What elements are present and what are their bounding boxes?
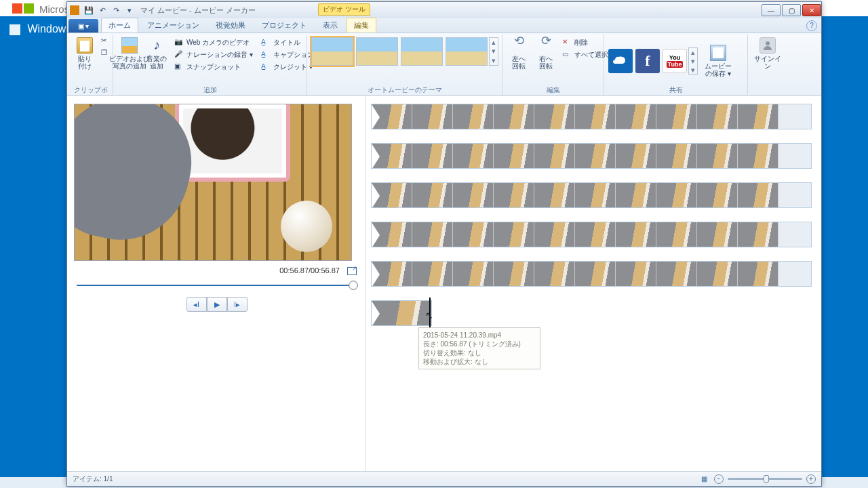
clip-row[interactable] bbox=[371, 222, 812, 247]
cut-button[interactable]: ✂ bbox=[100, 36, 112, 47]
music-note-icon: ♪ bbox=[149, 37, 165, 54]
group-add: ビデオおよび 写真の追加 ♪ 音楽の 追加 📷Web カメラのビデオ 🎤ナレーシ… bbox=[113, 35, 307, 95]
add-media-icon bbox=[121, 37, 138, 54]
clip-row[interactable] bbox=[371, 104, 812, 129]
add-music-button[interactable]: ♪ 音楽の 追加 bbox=[143, 36, 170, 71]
snapshot-icon: ▣ bbox=[174, 62, 184, 72]
qat-redo-icon[interactable]: ↷ bbox=[111, 5, 121, 16]
status-items: アイテム: 1/1 bbox=[73, 474, 113, 484]
group-automovie-label: オートムービーのテーマ bbox=[310, 85, 499, 95]
mic-icon: 🎤 bbox=[174, 50, 184, 60]
titlebar: 💾 ↶ ↷ ▾ マイ ムービー - ムービー メーカー ビデオ ツール — ▢ … bbox=[67, 2, 821, 18]
select-all-icon: ▭ bbox=[562, 50, 572, 60]
theme-gallery-more[interactable]: ▴ ▾ ▾ bbox=[489, 37, 498, 66]
rotate-right-button[interactable]: ⟳ 右へ 回転 bbox=[532, 36, 559, 71]
delete-button[interactable]: ✕削除 bbox=[561, 37, 610, 48]
share-youtube[interactable]: You Tube bbox=[663, 49, 687, 73]
theme-thumb-3[interactable] bbox=[401, 37, 443, 66]
zoom-out-button[interactable]: − bbox=[714, 474, 724, 484]
group-edit-label: 編集 bbox=[505, 85, 601, 95]
playback-scrubber[interactable] bbox=[77, 283, 357, 287]
qat-undo-icon[interactable]: ↶ bbox=[97, 5, 108, 16]
narration-button[interactable]: 🎤ナレーションの録音 ▾ bbox=[173, 49, 254, 60]
bg-band-text: Windows bbox=[9, 23, 71, 35]
svg-point-0 bbox=[766, 41, 770, 45]
tab-visual-effects[interactable]: 視覚効果 bbox=[208, 18, 253, 33]
rotate-right-icon: ⟳ bbox=[538, 37, 554, 54]
clip-tooltip: 2015-05-24 11.20.39.mp4 長さ: 00:56.87 (トリ… bbox=[418, 327, 540, 369]
mouse-cursor-icon: ↖ bbox=[425, 310, 433, 321]
webcam-button[interactable]: 📷Web カメラのビデオ bbox=[173, 37, 254, 48]
tab-view[interactable]: 表示 bbox=[315, 18, 345, 33]
theme-thumb-4[interactable] bbox=[446, 37, 488, 66]
play-button[interactable]: ▶ bbox=[207, 297, 227, 312]
rotate-left-button[interactable]: ⟲ 左へ 回転 bbox=[505, 36, 532, 71]
view-toggle-icon[interactable]: ▦ bbox=[701, 475, 707, 483]
group-edit: ⟲ 左へ 回転 ⟳ 右へ 回転 ✕削除 ▭すべて選択 編集 bbox=[502, 35, 604, 95]
theme-thumb-2[interactable] bbox=[356, 37, 398, 66]
clip-row[interactable] bbox=[371, 261, 812, 287]
fullscreen-icon[interactable] bbox=[347, 267, 357, 275]
share-facebook[interactable]: f bbox=[635, 49, 660, 73]
group-add-label: 追加 bbox=[116, 85, 304, 95]
paste-icon bbox=[77, 37, 93, 54]
rotate-left-icon: ⟲ bbox=[511, 37, 527, 54]
group-share-label: 共有 bbox=[607, 85, 745, 95]
qat-dropdown-icon[interactable]: ▾ bbox=[124, 5, 135, 16]
webcam-icon: 📷 bbox=[174, 38, 184, 47]
group-share: f You Tube ▴▾▾ ムービー の保存 ▾ 共有 bbox=[604, 35, 748, 95]
zoom-in-button[interactable]: + bbox=[806, 474, 816, 484]
prev-frame-button[interactable]: ◂I bbox=[186, 297, 207, 312]
caption-icon: A̲ bbox=[261, 50, 271, 60]
group-clipboard-label: クリップボード bbox=[71, 85, 110, 95]
delete-icon: ✕ bbox=[562, 38, 572, 47]
select-all-button[interactable]: ▭すべて選択 bbox=[561, 49, 610, 60]
cut-icon: ✂ bbox=[101, 37, 111, 46]
ribbon-tabs: ▣ ▾ ホーム アニメーション 視覚効果 プロジェクト 表示 編集 ? bbox=[67, 18, 821, 33]
snapshot-button[interactable]: ▣スナップショット bbox=[173, 62, 254, 73]
user-icon bbox=[760, 37, 776, 54]
clip-row[interactable] bbox=[371, 182, 812, 208]
preview-pane: 00:56.87/00:56.87 ◂I ▶ I▸ bbox=[67, 96, 366, 471]
qat-save-icon[interactable]: 💾 bbox=[83, 5, 94, 16]
timecode: 00:56.87/00:56.87 bbox=[74, 266, 357, 275]
tab-project[interactable]: プロジェクト bbox=[254, 18, 314, 33]
content-area: 00:56.87/00:56.87 ◂I ▶ I▸ bbox=[67, 96, 821, 471]
share-gallery-more[interactable]: ▴▾▾ bbox=[688, 47, 698, 75]
statusbar: アイテム: 1/1 ▦ − + bbox=[67, 471, 821, 486]
credits-icon: A̲ bbox=[261, 62, 271, 72]
signin-button[interactable]: サインイン bbox=[751, 36, 785, 71]
preview-monitor bbox=[74, 104, 352, 261]
add-media-button[interactable]: ビデオおよび 写真の追加 bbox=[116, 36, 143, 71]
tab-edit[interactable]: 編集 bbox=[347, 18, 376, 33]
clip-row-tail[interactable] bbox=[371, 300, 432, 326]
quick-access-toolbar: 💾 ↶ ↷ ▾ bbox=[83, 5, 135, 16]
group-signin: サインイン bbox=[748, 35, 787, 95]
zoom-slider[interactable] bbox=[728, 478, 802, 480]
timeline-pane[interactable]: ↖ 2015-05-24 11.20.39.mp4 長さ: 00:56.87 (… bbox=[366, 96, 821, 471]
app-icon bbox=[70, 5, 79, 15]
maximize-button[interactable]: ▢ bbox=[782, 4, 801, 16]
ribbon: 貼り 付け ✂ ❐ クリップボード ビデオおよび 写真の追加 bbox=[67, 33, 821, 96]
tab-home[interactable]: ホーム bbox=[101, 18, 138, 33]
help-button[interactable]: ? bbox=[806, 20, 817, 31]
zoom-controls: − + bbox=[714, 474, 816, 484]
minimize-button[interactable]: — bbox=[762, 4, 781, 16]
group-automovie: ▴ ▾ ▾ オートムービーのテーマ bbox=[307, 35, 502, 95]
share-skydrive[interactable] bbox=[608, 49, 633, 73]
title-icon: A̲ bbox=[261, 38, 271, 47]
playback-controls: ◂I ▶ I▸ bbox=[74, 297, 359, 312]
next-frame-button[interactable]: I▸ bbox=[227, 297, 248, 312]
moviemaker-window: 💾 ↶ ↷ ▾ マイ ムービー - ムービー メーカー ビデオ ツール — ▢ … bbox=[66, 1, 822, 487]
save-movie-button[interactable]: ムービー の保存 ▾ bbox=[702, 43, 734, 79]
contextual-tab-label: ビデオ ツール bbox=[318, 3, 370, 16]
tab-animation[interactable]: アニメーション bbox=[140, 18, 207, 33]
file-menu[interactable]: ▣ ▾ bbox=[68, 19, 98, 33]
group-clipboard: 貼り 付け ✂ ❐ クリップボード bbox=[68, 35, 113, 95]
paste-button[interactable]: 貼り 付け bbox=[71, 36, 98, 71]
theme-thumb-1[interactable] bbox=[311, 37, 353, 66]
clip-row[interactable] bbox=[371, 143, 812, 169]
close-button[interactable]: ✕ bbox=[802, 4, 821, 16]
save-movie-icon bbox=[710, 45, 726, 61]
window-title: マイ ムービー - ムービー メーカー bbox=[140, 5, 256, 16]
